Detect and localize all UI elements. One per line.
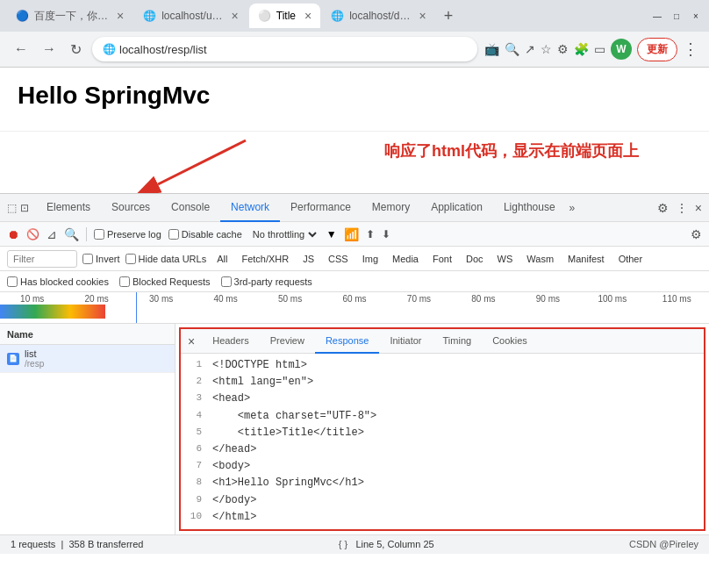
type-ws[interactable]: WS	[492, 253, 519, 265]
tab-2-close[interactable]: ×	[232, 9, 239, 23]
type-manifest[interactable]: Manifest	[562, 253, 610, 265]
throttle-select[interactable]: No throttling	[249, 228, 319, 240]
devtools-close-icon[interactable]: ×	[695, 201, 702, 215]
line-num-9: 9	[184, 492, 202, 509]
third-party-checkbox[interactable]	[221, 276, 232, 287]
update-button[interactable]: 更新	[637, 38, 677, 61]
new-tab-button[interactable]: +	[437, 7, 461, 25]
share-icon[interactable]: ↗	[525, 42, 535, 56]
address-input[interactable]: 🌐 localhost/resp/list	[92, 37, 477, 61]
type-other[interactable]: Other	[613, 253, 648, 265]
tl-110ms: 110 ms	[645, 294, 709, 304]
main-area: Name 📄 list /resp × Headers Preview Resp…	[0, 324, 709, 534]
disable-cache-label: Disable cache	[182, 229, 242, 240]
avatar[interactable]: W	[611, 39, 632, 60]
search-icon[interactable]: 🔍	[505, 42, 519, 56]
line-content-5: <title>Title</title>	[212, 425, 364, 441]
requests-header: Name	[0, 324, 175, 345]
type-font[interactable]: Font	[427, 253, 457, 265]
window-controls: — □ ×	[651, 10, 702, 22]
filter-icon[interactable]: ⊿	[47, 227, 57, 241]
request-item-list[interactable]: 📄 list /resp	[0, 345, 175, 373]
tab-bar: 🔵 百度一下，你… × 🌐 localhost/u… × ⚪ Title × 🌐…	[0, 0, 709, 32]
clear-button[interactable]: 🚫	[26, 228, 39, 240]
type-all[interactable]: All	[211, 253, 233, 265]
extension-icon[interactable]: 🧩	[574, 42, 589, 56]
menu-button[interactable]: ⋮	[683, 39, 698, 59]
response-tab-cookies[interactable]: Cookies	[482, 329, 538, 354]
network-settings-icon[interactable]: ⚙	[691, 227, 702, 241]
tab-4[interactable]: 🌐 localhost/d… ×	[322, 4, 435, 28]
tl-70ms: 70 ms	[387, 294, 451, 304]
refresh-button[interactable]: ↻	[67, 38, 85, 61]
tab-3[interactable]: ⚪ Title ×	[249, 4, 320, 28]
forward-button[interactable]: →	[39, 38, 60, 61]
response-panel: × Headers Preview Response Initiator Tim…	[179, 327, 705, 531]
tab-application[interactable]: Application	[420, 194, 493, 222]
tab-performance[interactable]: Performance	[280, 194, 362, 222]
line-num-4: 4	[184, 408, 202, 425]
tab-2[interactable]: 🌐 localhost/u… ×	[134, 4, 247, 28]
type-img[interactable]: Img	[357, 253, 383, 265]
minimize-button[interactable]: —	[651, 10, 663, 22]
close-button[interactable]: ×	[690, 10, 702, 22]
has-blocked-label: Has blocked cookies	[20, 276, 109, 287]
third-party-label: 3rd-party requests	[234, 276, 312, 287]
devtools-more-icon[interactable]: ⋮	[676, 201, 688, 215]
type-wasm[interactable]: Wasm	[521, 253, 559, 265]
tl-10ms: 10 ms	[0, 294, 64, 304]
line-num-1: 1	[184, 357, 202, 374]
tab-memory[interactable]: Memory	[362, 194, 420, 222]
record-button[interactable]: ⏺	[7, 227, 19, 241]
tab-1-title: 百度一下，你…	[34, 9, 108, 24]
response-tabs: × Headers Preview Response Initiator Tim…	[181, 329, 704, 354]
cast-icon[interactable]: 📺	[484, 42, 499, 56]
invert-group: Invert	[82, 254, 120, 264]
disable-cache-checkbox[interactable]	[168, 229, 179, 240]
response-tab-timing[interactable]: Timing	[433, 329, 483, 354]
tab-1[interactable]: 🔵 百度一下，你… ×	[7, 4, 132, 28]
type-doc[interactable]: Doc	[461, 253, 489, 265]
type-fetch-xhr[interactable]: Fetch/XHR	[236, 253, 294, 265]
settings-icon[interactable]: ⚙	[557, 42, 569, 56]
hide-data-urls-checkbox[interactable]	[125, 254, 136, 264]
preserve-log-checkbox[interactable]	[94, 229, 104, 240]
type-js[interactable]: JS	[297, 253, 319, 265]
tab-console[interactable]: Console	[161, 194, 220, 222]
bookmark-icon[interactable]: ☆	[541, 42, 552, 56]
maximize-button[interactable]: □	[670, 10, 683, 22]
response-tab-preview[interactable]: Preview	[260, 329, 315, 354]
devtools-settings-icon[interactable]: ⚙	[657, 201, 669, 215]
tab-1-close[interactable]: ×	[117, 9, 124, 23]
page-content: Hello SpringMvc	[0, 68, 709, 132]
response-tab-initiator[interactable]: Initiator	[379, 329, 432, 354]
tab-sources[interactable]: Sources	[101, 194, 161, 222]
type-media[interactable]: Media	[387, 253, 424, 265]
filter-input[interactable]	[7, 250, 77, 268]
has-blocked-checkbox[interactable]	[7, 276, 18, 287]
status-bar: 1 requests | 358 B transferred { } Line …	[0, 534, 709, 554]
tab-4-close[interactable]: ×	[419, 9, 426, 23]
response-tab-headers[interactable]: Headers	[202, 329, 260, 354]
status-center: { } Line 5, Column 25	[339, 539, 434, 549]
tab-elements[interactable]: Elements	[36, 194, 101, 222]
tl-100ms: 100 ms	[580, 294, 644, 304]
line-content-6: </head>	[212, 441, 256, 458]
has-blocked-group: Has blocked cookies	[7, 276, 109, 287]
preserve-log-group: Preserve log	[94, 229, 161, 240]
tab-network[interactable]: Network	[220, 194, 280, 222]
invert-checkbox[interactable]	[82, 254, 93, 264]
back-button[interactable]: ←	[11, 38, 32, 61]
tab-3-close[interactable]: ×	[304, 9, 312, 23]
response-tab-response[interactable]: Response	[315, 329, 380, 354]
code-line-9: 9 </body>	[184, 492, 700, 509]
line-content-8: <h1>Hello SpringMvc</h1>	[212, 475, 364, 491]
annotation-container: 响应了html代码，显示在前端页面上	[0, 132, 709, 193]
sidebar-icon[interactable]: ▭	[594, 42, 605, 56]
response-close-icon[interactable]: ×	[181, 334, 202, 348]
tab-lighthouse[interactable]: Lighthouse	[493, 194, 566, 222]
type-css[interactable]: CSS	[323, 253, 354, 265]
blocked-requests-checkbox[interactable]	[119, 276, 130, 287]
search-icon[interactable]: 🔍	[64, 227, 79, 241]
tab-1-favicon: 🔵	[16, 10, 29, 22]
